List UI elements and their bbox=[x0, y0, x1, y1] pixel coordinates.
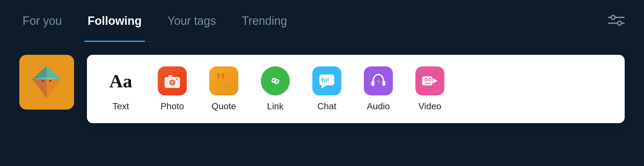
svg-point-1 bbox=[611, 15, 615, 19]
settings-filter-icon[interactable] bbox=[608, 14, 625, 28]
svg-point-25 bbox=[425, 79, 427, 81]
svg-text:": " bbox=[215, 73, 227, 89]
content-area: Aa Text bbox=[0, 42, 644, 166]
audio-icon bbox=[364, 66, 393, 95]
svg-point-13 bbox=[176, 78, 178, 80]
tab-your-tags[interactable]: Your tags bbox=[164, 0, 219, 42]
post-type-text[interactable]: Aa Text bbox=[106, 66, 135, 112]
link-icon bbox=[261, 66, 290, 95]
post-type-chat[interactable]: hi! Chat bbox=[312, 66, 341, 112]
post-type-audio[interactable]: Audio bbox=[364, 66, 393, 112]
text-icon: Aa bbox=[106, 66, 135, 95]
svg-point-16 bbox=[274, 80, 277, 82]
svg-point-11 bbox=[170, 81, 174, 84]
tab-for-you[interactable]: For you bbox=[19, 0, 65, 42]
svg-point-3 bbox=[618, 21, 621, 25]
svg-point-27 bbox=[429, 79, 431, 81]
video-icon bbox=[415, 66, 444, 95]
svg-marker-18 bbox=[321, 85, 326, 89]
avatar bbox=[19, 55, 74, 110]
svg-marker-4 bbox=[32, 66, 47, 79]
post-type-link[interactable]: Link bbox=[261, 66, 290, 112]
quote-icon: " bbox=[209, 66, 238, 95]
tab-following[interactable]: Following bbox=[84, 0, 145, 42]
svg-marker-7 bbox=[47, 77, 61, 98]
svg-text:hi!: hi! bbox=[321, 76, 329, 83]
svg-marker-22 bbox=[377, 78, 380, 85]
tabs-list: For you Following Your tags Trending bbox=[19, 0, 290, 42]
photo-icon bbox=[158, 66, 187, 95]
tab-trending[interactable]: Trending bbox=[239, 0, 290, 42]
svg-marker-5 bbox=[47, 66, 61, 79]
svg-rect-21 bbox=[382, 81, 385, 86]
svg-rect-20 bbox=[371, 81, 374, 86]
chat-icon: hi! bbox=[312, 66, 341, 95]
svg-rect-12 bbox=[168, 75, 172, 78]
post-type-card: Aa Text bbox=[87, 55, 625, 123]
post-type-video[interactable]: Video bbox=[415, 66, 444, 112]
post-type-photo[interactable]: Photo bbox=[158, 66, 187, 112]
tab-bar: For you Following Your tags Trending bbox=[0, 0, 644, 42]
svg-marker-28 bbox=[433, 78, 438, 83]
post-type-quote[interactable]: " Quote bbox=[209, 66, 238, 112]
svg-marker-6 bbox=[32, 77, 47, 98]
app-container: For you Following Your tags Trending bbox=[0, 0, 644, 166]
